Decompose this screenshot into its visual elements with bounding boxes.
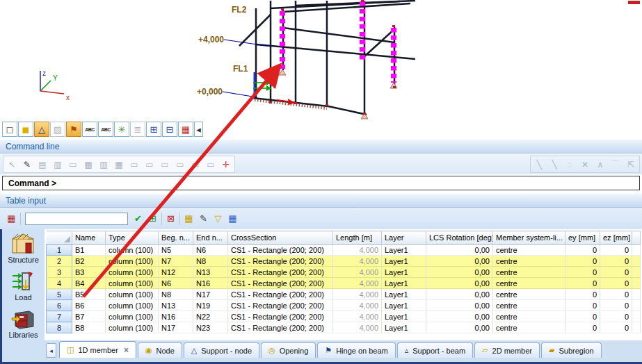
snap-endpoint-button[interactable]: ╲ <box>531 157 547 172</box>
cell-beg[interactable]: N5 <box>159 245 193 256</box>
column-header-ez[interactable]: ez [mm] <box>600 231 632 245</box>
delete-table-button[interactable]: ⊠ <box>163 212 178 226</box>
row-number[interactable]: 2 <box>47 256 72 267</box>
cell-type[interactable]: column (100) <box>106 256 159 267</box>
column-header-ey[interactable]: ey [mm] <box>565 231 600 245</box>
tab-support-beam[interactable]: ▵Support - beam <box>397 342 473 358</box>
tab-node[interactable]: ◉Node <box>138 342 182 358</box>
cell-cross[interactable]: CS1 - Rectangle (200; 200) <box>228 278 333 289</box>
tab-2d-member[interactable]: ▱2D member <box>474 342 540 358</box>
beam-tool-3-button[interactable]: ▭ <box>65 157 81 172</box>
cell-lcs[interactable]: 0,00 <box>426 300 493 311</box>
cell-cross[interactable]: CS1 - Rectangle (200; 200) <box>228 322 333 333</box>
model-viewport[interactable]: z Y x FL2 +4,000 FL1 +0,000 <box>0 0 642 119</box>
cell-length[interactable]: 4,000 <box>333 300 382 311</box>
cell-end[interactable]: N23 <box>193 322 228 333</box>
cell-ez[interactable]: 0 <box>600 322 632 333</box>
row-number[interactable]: 5 <box>47 289 72 300</box>
cell-length[interactable]: 4,000 <box>333 267 382 278</box>
cell-length[interactable]: 4,000 <box>333 245 382 256</box>
cell-type[interactable]: column (100) <box>106 322 159 333</box>
cell-cross[interactable]: CS1 - Rectangle (200; 200) <box>228 245 333 256</box>
cell-layer[interactable]: Layer1 <box>382 322 426 333</box>
cell-name[interactable]: B5 <box>72 289 106 300</box>
cell-length[interactable]: 4,000 <box>333 322 382 333</box>
cell-layer[interactable]: Layer1 <box>382 245 426 256</box>
cell-name[interactable]: B7 <box>72 311 106 322</box>
show-supports-button[interactable]: △ <box>34 122 49 137</box>
cell-system[interactable]: centre <box>493 245 565 256</box>
draw-polyline-button[interactable]: ✎ <box>19 157 35 172</box>
cell-end[interactable]: N19 <box>193 300 228 311</box>
beam-tool-10-button[interactable]: ▭ <box>172 157 188 172</box>
cell-lcs[interactable]: 0,00 <box>426 311 493 322</box>
filter-button[interactable]: ▽ <box>211 212 225 226</box>
command-input[interactable] <box>2 176 640 190</box>
row-number[interactable]: 6 <box>47 300 72 311</box>
column-header-lcs[interactable]: LCS Rotation [deg] <box>426 231 493 245</box>
cell-cross[interactable]: CS1 - Rectangle (200; 200) <box>228 300 333 311</box>
cell-system[interactable]: centre <box>493 300 565 311</box>
cell-type[interactable]: column (100) <box>106 300 159 311</box>
beam-tool-12-button[interactable]: ▭ <box>203 157 218 172</box>
cell-lcs[interactable]: 0,00 <box>426 267 493 278</box>
cell-type[interactable]: column (100) <box>106 278 159 289</box>
cell-beg[interactable]: N7 <box>159 256 193 267</box>
cell-system[interactable]: centre <box>493 256 565 267</box>
table-corner-header[interactable] <box>47 231 72 245</box>
cell-layer[interactable]: Layer1 <box>382 256 426 267</box>
row-number[interactable]: 1 <box>47 245 72 256</box>
sidebar-item-structure[interactable]: Structure <box>8 233 39 264</box>
cell-lcs[interactable]: 0,00 <box>426 289 493 300</box>
beam-tool-4-button[interactable]: ▦ <box>81 157 96 172</box>
model-data-button[interactable]: ⊞ <box>146 122 161 137</box>
confirm-button[interactable]: ✔ <box>131 212 145 226</box>
cell-end[interactable]: N16 <box>193 278 228 289</box>
cell-length[interactable]: 4,000 <box>333 311 382 322</box>
cell-name[interactable]: B2 <box>72 256 106 267</box>
table-filter-input[interactable] <box>25 213 128 225</box>
cell-type[interactable]: column (100) <box>106 267 159 278</box>
tab-hinge-on-beam[interactable]: ⚑Hinge on beam <box>317 342 395 358</box>
cell-name[interactable]: B8 <box>72 322 106 333</box>
cell-cross[interactable]: CS1 - Rectangle (200; 200) <box>228 289 333 300</box>
column-header-end[interactable]: End n... <box>193 231 228 245</box>
row-number[interactable]: 8 <box>47 322 72 333</box>
table-manager-button[interactable]: ▦ <box>4 212 19 226</box>
table-view-button[interactable]: ▦ <box>225 212 240 226</box>
snap-midpoint-button[interactable]: ╲ <box>547 157 562 172</box>
beam-tool-2-button[interactable]: ▥ <box>50 157 65 172</box>
sidebar-item-load[interactable]: Load <box>11 270 36 301</box>
cell-lcs[interactable]: 0,00 <box>426 245 493 256</box>
cell-ey[interactable]: 0 <box>565 300 600 311</box>
tab-opening[interactable]: ◎Opening <box>261 342 316 358</box>
beam-tool-7-button[interactable]: ▭ <box>127 157 142 172</box>
tab-subregion[interactable]: ▰Subregion <box>541 342 602 358</box>
snap-circle-button[interactable]: ◌ <box>562 157 577 172</box>
show-labels-button[interactable]: ABC <box>82 122 97 137</box>
new-table-button[interactable]: ⊞ <box>145 212 160 226</box>
cell-ey[interactable]: 0 <box>565 289 600 300</box>
snap-angle-button[interactable]: ∧ <box>593 157 608 172</box>
cell-layer[interactable]: Layer1 <box>382 267 426 278</box>
cell-lcs[interactable]: 0,00 <box>426 256 493 267</box>
beam-tool-8-button[interactable]: ▭ <box>142 157 157 172</box>
tab-scroll-left-button[interactable]: ◂ <box>46 343 56 358</box>
beam-tool-9-button[interactable]: ▭ <box>157 157 172 172</box>
selected-columns[interactable] <box>282 1 394 83</box>
tab-1d-member[interactable]: ◫1D member× <box>59 341 136 358</box>
cell-system[interactable]: centre <box>493 322 565 333</box>
collapse-toolbar-button[interactable]: ◂ <box>194 122 203 137</box>
cell-ez[interactable]: 0 <box>600 300 632 311</box>
cell-beg[interactable]: N17 <box>159 322 193 333</box>
column-header-beg[interactable]: Beg. n... <box>159 231 193 245</box>
cell-name[interactable]: B1 <box>72 245 106 256</box>
cell-layer[interactable]: Layer1 <box>382 300 426 311</box>
cell-layer[interactable]: Layer1 <box>382 289 426 300</box>
cell-end[interactable]: N17 <box>193 289 228 300</box>
scroll-view-button[interactable]: ≣ <box>130 122 145 137</box>
row-number[interactable]: 3 <box>47 267 72 278</box>
cell-end[interactable]: N8 <box>193 256 228 267</box>
column-header-name[interactable]: Name <box>72 231 106 245</box>
cell-beg[interactable]: N12 <box>159 267 193 278</box>
